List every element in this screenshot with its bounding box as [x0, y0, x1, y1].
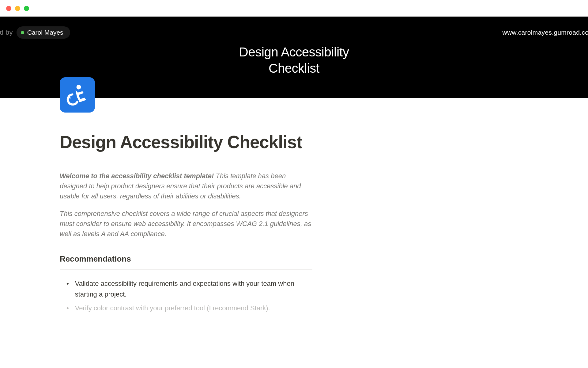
bullet-icon: • — [66, 303, 69, 313]
page-icon[interactable] — [60, 77, 95, 113]
bullet-icon: • — [66, 278, 69, 289]
website-link[interactable]: www.carolmayes.gumroad.com — [502, 29, 588, 36]
content-area: Design Accessibility Checklist Welcome t… — [0, 98, 372, 314]
divider — [60, 162, 312, 162]
created-by-row: ted by Carol Mayes — [0, 26, 70, 39]
svg-point-0 — [77, 85, 81, 90]
intro-paragraph-2: This comprehensive checklist covers a wi… — [60, 209, 312, 239]
created-by-label: ted by — [0, 29, 13, 36]
close-window-button[interactable] — [6, 6, 11, 11]
intro-paragraph-1: Welcome to the accessibility checklist t… — [60, 171, 312, 201]
window-chrome — [0, 0, 588, 17]
page-title: Design Accessibility Checklist — [60, 132, 312, 152]
divider — [60, 269, 312, 270]
list-item: • Verify color contrast with your prefer… — [63, 303, 312, 313]
author-name: Carol Mayes — [27, 29, 63, 36]
recommendation-text: Validate accessibility requirements and … — [75, 278, 312, 300]
recommendations-heading: Recommendations — [60, 254, 312, 264]
online-status-dot — [21, 31, 24, 34]
recommendations-list: • Validate accessibility requirements an… — [60, 278, 312, 314]
recommendation-text: Verify color contrast with your preferre… — [75, 303, 270, 313]
list-item: • Validate accessibility requirements an… — [63, 278, 312, 300]
author-pill[interactable]: Carol Mayes — [17, 26, 70, 39]
minimize-window-button[interactable] — [15, 6, 20, 11]
hero-title: Design Accessibility Checklist — [239, 44, 349, 76]
accessibility-icon — [66, 83, 89, 106]
maximize-window-button[interactable] — [24, 6, 29, 11]
intro-bold: Welcome to the accessibility checklist t… — [60, 172, 214, 180]
